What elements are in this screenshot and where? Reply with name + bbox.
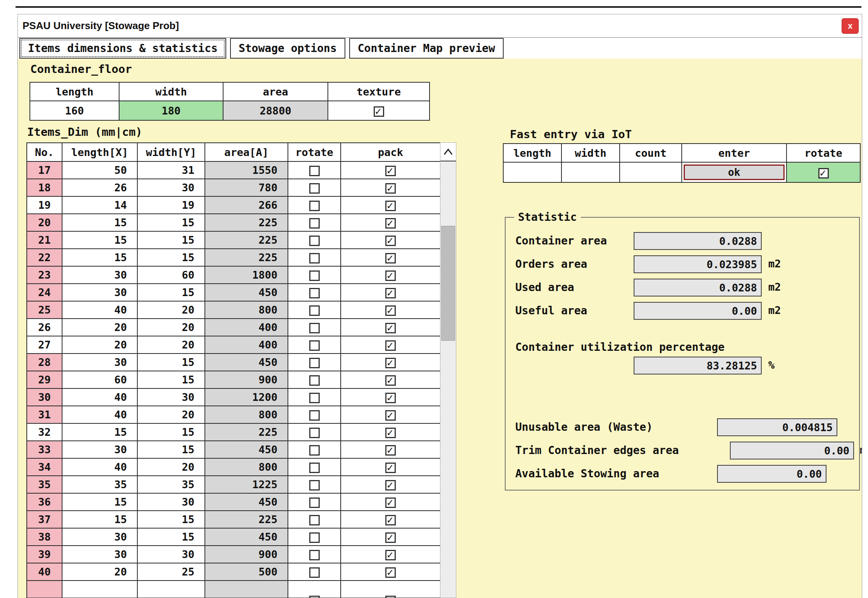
- rotate-checkbox[interactable]: [309, 428, 320, 438]
- width-cell[interactable]: 31: [137, 161, 205, 179]
- rotate-checkbox[interactable]: [309, 596, 320, 598]
- width-cell[interactable]: 30: [137, 388, 205, 406]
- width-cell[interactable]: 15: [137, 284, 205, 301]
- row-number-cell[interactable]: 25: [27, 301, 62, 319]
- row-number-cell[interactable]: 35: [27, 476, 62, 493]
- pack-checkbox[interactable]: [385, 480, 396, 491]
- pack-checkbox[interactable]: [385, 358, 396, 368]
- rotate-checkbox[interactable]: [309, 358, 320, 368]
- unusable-area-field[interactable]: 0.004815: [717, 418, 837, 436]
- rotate-checkbox[interactable]: [309, 201, 320, 211]
- rotate-checkbox[interactable]: [309, 305, 320, 316]
- row-number-cell[interactable]: 27: [27, 336, 62, 354]
- pack-checkbox[interactable]: [385, 201, 396, 211]
- rotate-checkbox[interactable]: [309, 532, 320, 543]
- row-number-cell[interactable]: 28: [27, 354, 62, 371]
- width-cell[interactable]: 20: [137, 458, 205, 476]
- pack-checkbox[interactable]: [385, 463, 396, 473]
- length-cell[interactable]: 40: [62, 301, 137, 319]
- row-number-cell[interactable]: 33: [27, 441, 62, 458]
- width-cell[interactable]: 30: [137, 493, 205, 511]
- width-cell[interactable]: [137, 581, 205, 598]
- container-area-field[interactable]: 0.0288: [634, 232, 762, 250]
- length-cell[interactable]: 14: [62, 196, 137, 214]
- rotate-checkbox[interactable]: [309, 393, 320, 403]
- length-cell[interactable]: 30: [62, 284, 137, 301]
- length-cell[interactable]: 35: [62, 476, 137, 493]
- texture-checkbox[interactable]: [374, 106, 384, 117]
- rotate-checkbox[interactable]: [309, 183, 320, 194]
- rotate-checkbox[interactable]: [309, 410, 320, 421]
- length-cell[interactable]: 30: [62, 441, 137, 458]
- length-cell[interactable]: 40: [62, 458, 137, 476]
- tab-container-map-preview[interactable]: Container Map preview: [349, 38, 504, 59]
- orders-area-field[interactable]: 0.023985: [634, 255, 762, 273]
- rotate-checkbox[interactable]: [309, 445, 320, 456]
- pack-checkbox[interactable]: [385, 305, 396, 316]
- width-cell[interactable]: 15: [137, 511, 205, 528]
- length-cell[interactable]: 20: [62, 563, 137, 581]
- length-cell[interactable]: 30: [62, 546, 137, 563]
- length-cell[interactable]: 60: [62, 371, 137, 388]
- row-number-cell[interactable]: 18: [27, 179, 62, 196]
- width-cell[interactable]: 15: [137, 231, 205, 249]
- pack-checkbox[interactable]: [385, 567, 396, 578]
- length-cell[interactable]: 30: [62, 528, 137, 546]
- rotate-checkbox[interactable]: [309, 480, 320, 491]
- length-cell[interactable]: 26: [62, 179, 137, 196]
- rotate-checkbox[interactable]: [309, 323, 320, 333]
- width-cell[interactable]: 35: [137, 476, 205, 493]
- scrollbar-up-button[interactable]: [440, 143, 456, 161]
- close-button[interactable]: x: [842, 18, 859, 34]
- pack-checkbox[interactable]: [385, 550, 396, 560]
- width-cell[interactable]: 20: [137, 406, 205, 423]
- row-number-cell[interactable]: 32: [27, 423, 62, 441]
- cf-width-cell[interactable]: 180: [119, 101, 223, 120]
- row-number-cell[interactable]: 24: [27, 284, 62, 301]
- length-cell[interactable]: 20: [62, 336, 137, 354]
- available-stowing-area-field[interactable]: 0.00: [717, 465, 826, 483]
- row-number-cell[interactable]: 38: [27, 528, 62, 546]
- pack-checkbox[interactable]: [385, 445, 396, 456]
- trim-edges-area-field[interactable]: 0.00: [730, 442, 854, 459]
- ok-button[interactable]: ok: [684, 165, 785, 180]
- pack-checkbox[interactable]: [385, 596, 396, 598]
- row-number-cell[interactable]: 30: [27, 388, 62, 406]
- width-cell[interactable]: 15: [137, 371, 205, 388]
- pack-checkbox[interactable]: [385, 270, 396, 281]
- length-cell[interactable]: 50: [62, 161, 137, 179]
- pack-checkbox[interactable]: [385, 340, 396, 351]
- length-cell[interactable]: 20: [62, 319, 137, 336]
- width-cell[interactable]: 15: [137, 423, 205, 441]
- width-cell[interactable]: 20: [137, 301, 205, 319]
- pack-checkbox[interactable]: [385, 515, 396, 525]
- length-cell[interactable]: 15: [62, 511, 137, 528]
- rotate-checkbox[interactable]: [309, 375, 320, 386]
- rotate-checkbox[interactable]: [309, 270, 320, 281]
- width-cell[interactable]: 15: [137, 528, 205, 546]
- row-number-cell[interactable]: 36: [27, 493, 62, 511]
- rotate-checkbox[interactable]: [309, 567, 320, 578]
- length-cell[interactable]: 40: [62, 388, 137, 406]
- rotate-checkbox[interactable]: [309, 340, 320, 351]
- row-number-cell[interactable]: 22: [27, 249, 62, 266]
- row-number-cell[interactable]: 34: [27, 458, 62, 476]
- width-cell[interactable]: 15: [137, 214, 205, 231]
- width-cell[interactable]: 20: [137, 336, 205, 354]
- length-cell[interactable]: 15: [62, 214, 137, 231]
- row-number-cell[interactable]: 20: [27, 214, 62, 231]
- rotate-checkbox[interactable]: [309, 288, 320, 298]
- width-cell[interactable]: 25: [137, 563, 205, 581]
- width-cell[interactable]: 15: [137, 249, 205, 266]
- width-cell[interactable]: 30: [137, 546, 205, 563]
- row-number-cell[interactable]: [27, 581, 62, 598]
- row-number-cell[interactable]: 19: [27, 196, 62, 214]
- tab-items-dimensions[interactable]: Items dimensions & statistics: [19, 38, 226, 59]
- pack-checkbox[interactable]: [385, 236, 396, 246]
- length-cell[interactable]: [62, 581, 137, 598]
- row-number-cell[interactable]: 37: [27, 511, 62, 528]
- pack-checkbox[interactable]: [385, 393, 396, 403]
- scrollbar-thumb[interactable]: [441, 226, 455, 341]
- width-cell[interactable]: 60: [137, 266, 205, 284]
- row-number-cell[interactable]: 17: [27, 161, 62, 179]
